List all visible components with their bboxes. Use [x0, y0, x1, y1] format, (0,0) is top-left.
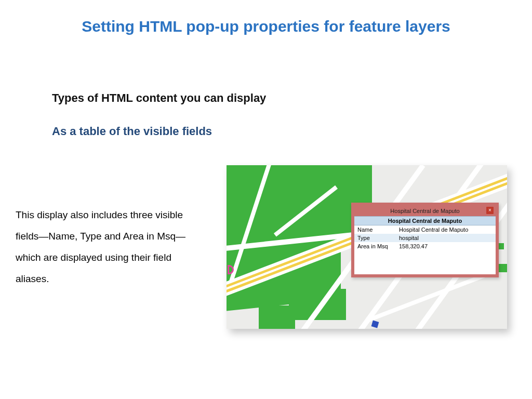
popup-window-title: Hospital Central de Maputo — [390, 208, 459, 214]
field-label: Type — [354, 234, 396, 242]
field-label: Name — [354, 225, 396, 234]
section-heading: Types of HTML content you can display — [52, 91, 266, 105]
popup-header: Hospital Central de Maputo — [354, 216, 496, 225]
map-parcel — [259, 305, 295, 329]
body-text: This display also includes three visible… — [16, 205, 192, 289]
field-value: hospital — [396, 234, 496, 242]
popup-body: Hospital Central de Maputo Name Hospital… — [354, 216, 496, 274]
map-building-marker — [371, 321, 379, 328]
slide-title: Setting HTML pop-up properties for featu… — [0, 17, 532, 36]
field-label: Area in Msq — [354, 242, 396, 250]
field-value: Hospital Central de Maputo — [396, 225, 496, 234]
field-value: 158,320.47 — [396, 242, 496, 250]
table-row: Name Hospital Central de Maputo — [354, 225, 496, 234]
close-icon[interactable]: × — [486, 207, 494, 214]
table-row: Area in Msq 158,320.47 — [354, 242, 496, 250]
popup-titlebar: Hospital Central de Maputo × — [354, 206, 496, 216]
table-row: Type hospital — [354, 234, 496, 242]
slide: Setting HTML pop-up properties for featu… — [0, 0, 532, 399]
map-parcel — [289, 289, 346, 320]
feature-popup: Hospital Central de Maputo × Hospital Ce… — [351, 203, 499, 277]
map-screenshot: Hospital Central de Maputo × Hospital Ce… — [227, 165, 507, 329]
subtitle: As a table of the visible fields — [52, 125, 212, 138]
popup-fields-table: Name Hospital Central de Maputo Type hos… — [354, 225, 496, 250]
